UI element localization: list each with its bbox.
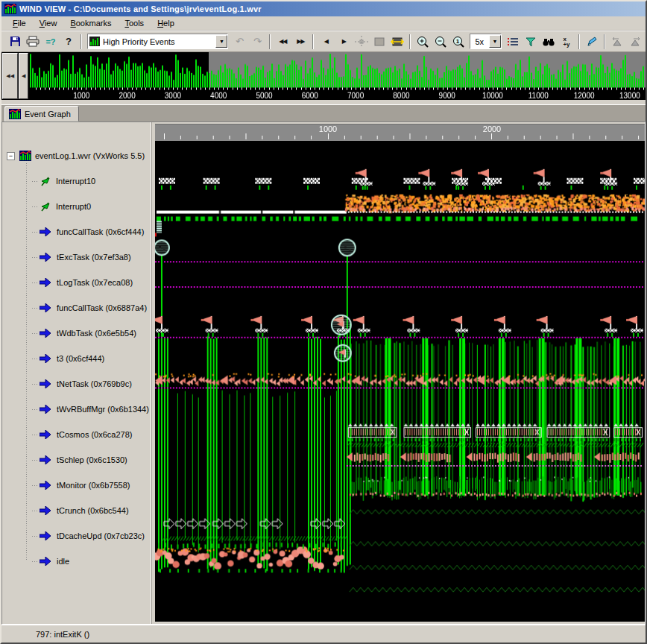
- undo-button[interactable]: ↶: [230, 34, 248, 50]
- eval-expression-button[interactable]: =?: [42, 34, 60, 50]
- tree-item[interactable]: funcCallTask (0x6887a4): [32, 300, 147, 315]
- tree-item[interactable]: funcCallTask (0x6cf444): [32, 224, 144, 239]
- collapse-icon[interactable]: −: [7, 152, 15, 160]
- filter-button[interactable]: [522, 34, 540, 50]
- task-arrow-icon: [40, 329, 51, 338]
- tree-item-label: tCosmos (0x6ca278): [57, 430, 133, 439]
- task-arrow-icon: [40, 303, 51, 312]
- select-region-button[interactable]: [370, 34, 388, 50]
- toolbar-separator: [604, 34, 605, 49]
- zoom-out-button[interactable]: [432, 34, 449, 50]
- go-next-button[interactable]: ▶: [335, 34, 353, 50]
- filter-combo-dropdown-button[interactable]: ▼: [215, 35, 227, 48]
- expand-selection-button[interactable]: [388, 34, 406, 50]
- save-button[interactable]: [6, 34, 24, 50]
- menu-item[interactable]: Tools: [118, 17, 151, 29]
- toolbar-separator: [269, 34, 271, 49]
- help-button[interactable]: ?: [60, 34, 78, 50]
- tree-item[interactable]: tLogTask (0x7eca08): [32, 275, 133, 290]
- task-arrow-icon: [40, 506, 51, 515]
- redo-button[interactable]: ↷: [248, 34, 266, 50]
- next-bookmark-button[interactable]: [626, 34, 644, 50]
- tree-item[interactable]: tSchlep (0x6c1530): [32, 452, 127, 467]
- zoom-in-button[interactable]: [414, 34, 432, 50]
- tree-stub-line: [32, 460, 38, 461]
- show-coordinates-button[interactable]: x+y: [558, 34, 575, 50]
- tree-stub-line: [32, 435, 38, 435]
- zoom-level-combo[interactable]: 5x ▼: [470, 34, 502, 49]
- last-icon: ▶▶: [297, 38, 304, 45]
- content-area: − eventLog.1.wvr (VxWorks 5.5): [1, 121, 646, 625]
- tree-item[interactable]: tDcacheUpd (0x7cb23c): [32, 528, 145, 543]
- menu-item[interactable]: Bookmarks: [63, 17, 118, 29]
- task-arrow-icon: [40, 379, 51, 388]
- printer-icon: [26, 36, 40, 47]
- tree-item[interactable]: t3 (0x6cf444): [32, 351, 104, 366]
- event-list-button[interactable]: [504, 34, 522, 50]
- tree-item[interactable]: tMonitor (0x6b7558): [32, 478, 130, 493]
- tree-item[interactable]: Interrupt10: [32, 174, 95, 189]
- zoom-reset-button[interactable]: 1: [449, 34, 467, 50]
- tree-stub-line: [32, 536, 38, 537]
- menu-item[interactable]: File: [6, 17, 33, 29]
- title-bar[interactable]: WIND VIEW - C:\Documents and Settings\jr…: [1, 1, 646, 16]
- expand-horizontal-icon: [391, 37, 404, 47]
- tree-item[interactable]: tExcTask (0x7ef3a8): [32, 250, 131, 265]
- tree-stub-line: [32, 485, 38, 486]
- tree-item[interactable]: tNetTask (0x769b9c): [32, 376, 132, 391]
- event-graph-canvas[interactable]: [155, 141, 645, 622]
- log-file-icon: [19, 151, 31, 161]
- next-icon: ▶: [342, 38, 346, 45]
- tree-item[interactable]: tWvRBuffMgr (0x6b1344): [32, 402, 149, 417]
- find-button[interactable]: [540, 34, 558, 50]
- tree-stub-line: [32, 232, 38, 233]
- tree-item-label: tWvRBuffMgr (0x6b1344): [57, 405, 149, 414]
- annotate-button[interactable]: [583, 34, 601, 50]
- tree-item-label: tNetTask (0x769b9c): [57, 379, 132, 388]
- toolbar-separator: [312, 34, 314, 49]
- tree-stub-line: [32, 181, 38, 182]
- histogram-mini-icon: [89, 37, 100, 46]
- tree-item[interactable]: tCosmos (0x6ca278): [32, 427, 133, 442]
- triangle-right-arrow-icon: [628, 37, 642, 47]
- event-filter-combo[interactable]: High Priority Events ▼: [87, 34, 228, 49]
- tree-item-label: tSchlep (0x6c1530): [57, 455, 127, 464]
- tree-item-label: tLogTask (0x7eca08): [57, 278, 133, 287]
- crosshair-select-button[interactable]: [353, 34, 370, 50]
- tree-stub-line: [32, 257, 38, 258]
- xy-icon: x+y: [563, 37, 569, 47]
- menu-item[interactable]: View: [33, 17, 64, 29]
- tree-item-label: Interrupt0: [56, 202, 91, 211]
- go-prev-button[interactable]: ◀: [317, 34, 335, 50]
- tree-item-label: idle: [57, 557, 69, 566]
- funnel-icon: [525, 37, 537, 47]
- zoom-in-icon: [417, 36, 429, 48]
- event-graph-tab-icon: [9, 109, 21, 119]
- tree-item[interactable]: idle: [32, 554, 69, 569]
- go-first-button[interactable]: ◀◀: [274, 34, 291, 50]
- tree-item[interactable]: tWdbTask (0x6e5b54): [32, 326, 136, 341]
- interrupt-icon: [40, 201, 51, 212]
- go-last-button[interactable]: ▶▶: [291, 34, 309, 50]
- tree-stub-line: [32, 511, 38, 511]
- overview-histogram-canvas[interactable]: [28, 52, 646, 100]
- menu-item[interactable]: Help: [151, 17, 181, 29]
- overview-scroll-left-button[interactable]: ◀: [19, 53, 28, 99]
- binoculars-icon: [542, 37, 555, 47]
- task-arrow-icon: [40, 405, 51, 414]
- print-button[interactable]: [24, 34, 42, 50]
- tree-item[interactable]: Interrupt0: [32, 199, 91, 214]
- zoom-combo-dropdown-button[interactable]: ▼: [489, 35, 501, 48]
- overview-strip: ◀◀ ◀: [1, 52, 646, 100]
- tree-stub-line: [32, 561, 38, 562]
- overview-scroll-fast-left-button[interactable]: ◀◀: [2, 53, 18, 99]
- event-graph-panel: [155, 122, 645, 624]
- tree-item[interactable]: tCrunch (0x6bc544): [32, 503, 129, 518]
- toolbar-separator: [81, 34, 82, 49]
- tree-item-label: Interrupt10: [56, 177, 95, 186]
- prev-bookmark-button[interactable]: [608, 34, 626, 50]
- task-arrow-icon: [40, 354, 51, 363]
- tree-root-item[interactable]: − eventLog.1.wvr (VxWorks 5.5): [7, 148, 145, 163]
- tab-event-graph[interactable]: Event Graph: [4, 106, 79, 121]
- task-arrow-icon: [40, 455, 51, 464]
